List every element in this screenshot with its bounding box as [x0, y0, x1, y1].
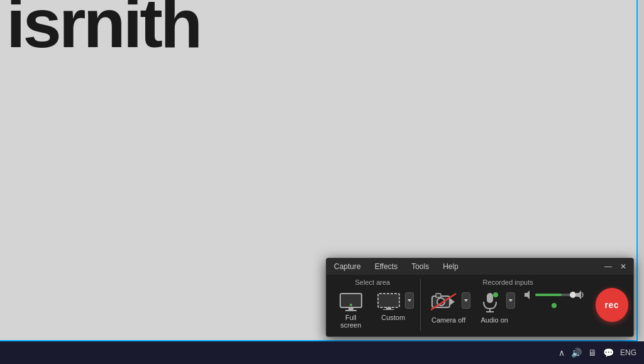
select-area-section: Select area Full screen	[331, 279, 414, 331]
custom-dropdown-button[interactable]	[405, 292, 414, 309]
recorded-inputs-row: Camera off	[427, 290, 589, 324]
svg-rect-6	[383, 309, 394, 310]
taskbar-chevron-icon[interactable]: ∧	[558, 348, 565, 358]
background-text: isrnith	[6, 0, 200, 58]
rec-label: rec	[605, 300, 619, 310]
menu-effects[interactable]: Effects	[372, 261, 400, 272]
svg-marker-14	[464, 299, 468, 302]
camera-label: Camera off	[431, 316, 465, 324]
svg-marker-21	[576, 290, 581, 299]
volume-low-icon	[524, 290, 533, 300]
section-divider-1	[420, 279, 421, 331]
svg-rect-5	[386, 307, 391, 309]
full-screen-button[interactable]: Full screen	[331, 290, 370, 331]
menu-tools[interactable]: Tools	[409, 261, 431, 272]
taskbar-language[interactable]: ENG	[620, 348, 636, 357]
capture-window: Capture Effects Tools Help — ✕ Select ar…	[326, 258, 634, 337]
svg-rect-4	[378, 294, 399, 307]
svg-rect-11	[436, 294, 441, 297]
custom-label: Custom	[381, 314, 405, 321]
volume-indicator-dot	[552, 303, 557, 308]
window-controls: — ✕	[603, 262, 628, 272]
rec-button[interactable]: rec	[596, 288, 628, 322]
custom-icon-box	[377, 292, 401, 310]
volume-thumb	[570, 292, 576, 298]
taskbar-volume-icon[interactable]: 🔊	[571, 348, 582, 358]
camera-icon	[431, 292, 457, 311]
svg-marker-20	[525, 290, 530, 299]
volume-high-icon	[575, 290, 584, 300]
taskbar-chat-icon[interactable]: 💬	[603, 348, 614, 358]
svg-rect-15	[487, 293, 493, 303]
audio-dropdown-button[interactable]	[506, 292, 515, 309]
svg-rect-2	[345, 310, 357, 311]
microphone-icon	[481, 292, 499, 312]
select-area-buttons: Full screen	[331, 290, 414, 331]
custom-monitor-icon	[377, 292, 401, 310]
svg-marker-19	[509, 299, 513, 302]
audio-label: Audio on	[480, 316, 508, 324]
svg-rect-1	[348, 307, 353, 310]
svg-point-18	[493, 292, 498, 297]
camera-dropdown-button[interactable]	[462, 292, 470, 309]
menu-capture[interactable]: Capture	[331, 261, 364, 272]
full-screen-label: Full screen	[335, 314, 367, 329]
custom-button[interactable]	[373, 290, 404, 312]
select-area-label: Select area	[355, 279, 391, 286]
volume-fill	[535, 294, 562, 296]
menu-help[interactable]: Help	[440, 261, 461, 272]
close-button[interactable]: ✕	[618, 262, 628, 272]
menu-bar: Capture Effects Tools Help — ✕	[326, 258, 633, 275]
camera-icon-container	[431, 292, 457, 311]
menu-items: Capture Effects Tools Help	[331, 261, 461, 272]
toolbar: Select area Full screen	[326, 275, 633, 336]
taskbar: ∧ 🔊 🖥 💬 ENG	[0, 341, 644, 364]
volume-control	[519, 290, 589, 308]
camera-button[interactable]	[427, 290, 461, 314]
recorded-inputs-label: Recorded inputs	[483, 279, 533, 286]
recorded-inputs-section: Recorded inputs	[427, 279, 589, 331]
minimize-button[interactable]: —	[603, 262, 613, 272]
svg-marker-12	[450, 298, 455, 306]
taskbar-network-icon[interactable]: 🖥	[588, 348, 597, 358]
monitor-icon	[339, 292, 363, 311]
volume-slider[interactable]	[535, 294, 573, 296]
full-screen-icon-box	[339, 292, 363, 311]
svg-marker-7	[408, 299, 411, 302]
mic-icon-container	[481, 292, 499, 311]
audio-button[interactable]	[474, 290, 506, 314]
